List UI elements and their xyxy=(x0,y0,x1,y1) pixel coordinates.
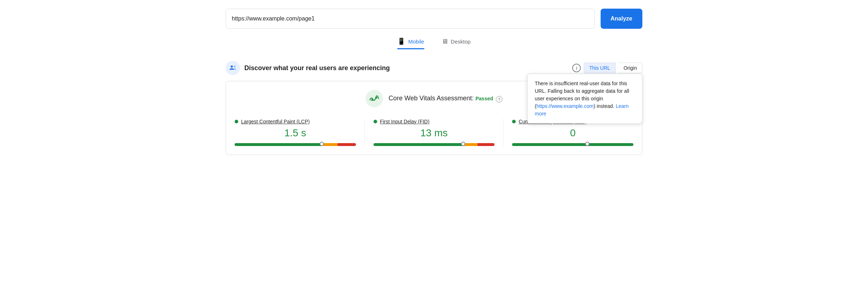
metric-fid: First Input Delay (FID) 13 ms xyxy=(365,119,504,146)
lcp-label[interactable]: Largest Contentful Paint (LCP) xyxy=(241,119,310,124)
section-title-group: Discover what your real users are experi… xyxy=(226,61,390,75)
fid-bar-red xyxy=(478,143,494,146)
cls-dot xyxy=(512,120,516,123)
fid-value: 13 ms xyxy=(374,127,495,139)
fid-bar-green xyxy=(374,143,463,146)
section-title: Discover what your real users are experi… xyxy=(244,64,390,72)
toggle-origin-button[interactable]: Origin xyxy=(619,63,642,73)
url-bar-section: Analyze xyxy=(226,9,642,29)
url-input[interactable] xyxy=(226,9,595,29)
cwv-icon xyxy=(366,90,383,107)
fid-dot xyxy=(374,120,377,123)
metric-lcp: Largest Contentful Paint (LCP) 1.5 s xyxy=(235,119,365,146)
info-icon[interactable]: i xyxy=(572,64,581,72)
fid-indicator xyxy=(461,142,465,146)
cwv-question-icon[interactable]: ? xyxy=(496,96,502,102)
tab-mobile-label: Mobile xyxy=(408,38,424,45)
cls-bar-green xyxy=(512,143,633,146)
lcp-bar-green xyxy=(235,143,322,146)
tab-desktop[interactable]: 🖥 Desktop xyxy=(442,37,471,49)
lcp-bar xyxy=(235,143,356,146)
svg-point-2 xyxy=(371,99,373,101)
desktop-icon: 🖥 xyxy=(442,38,448,45)
tab-mobile[interactable]: 📱 Mobile xyxy=(397,37,424,49)
tab-desktop-label: Desktop xyxy=(451,38,471,45)
lcp-bar-red xyxy=(338,143,356,146)
cls-indicator xyxy=(585,142,589,146)
cwv-title: Core Web Vitals Assessment: Passed ? xyxy=(389,95,502,102)
metric-lcp-label-row: Largest Contentful Paint (LCP) xyxy=(235,119,356,124)
tooltip-popup: There is insufficient real-user data for… xyxy=(527,74,642,124)
cwv-status: Passed xyxy=(475,96,493,101)
lcp-dot xyxy=(235,120,238,123)
svg-point-0 xyxy=(231,65,233,68)
lcp-indicator xyxy=(320,142,324,146)
fid-bar xyxy=(374,143,495,146)
users-icon xyxy=(226,61,240,75)
fid-bar-orange xyxy=(463,143,478,146)
lcp-bar-orange xyxy=(322,143,338,146)
svg-point-3 xyxy=(375,97,377,99)
url-origin-toggle: i This URL Origin There is insufficient … xyxy=(572,63,642,73)
lcp-value: 1.5 s xyxy=(235,127,356,139)
svg-point-1 xyxy=(234,66,236,68)
metric-fid-label-row: First Input Delay (FID) xyxy=(374,119,495,124)
device-tabs: 📱 Mobile 🖥 Desktop xyxy=(226,37,642,49)
mobile-icon: 📱 xyxy=(397,37,405,45)
fid-label[interactable]: First Input Delay (FID) xyxy=(380,119,430,124)
cls-value: 0 xyxy=(512,127,633,139)
cwv-title-prefix: Core Web Vitals Assessment: xyxy=(389,95,475,102)
tooltip-text-after: ) instead. xyxy=(593,103,614,109)
tooltip-origin-link[interactable]: https://www.example.com xyxy=(537,103,594,109)
section-header: Discover what your real users are experi… xyxy=(226,61,642,75)
info-icon-label: i xyxy=(576,65,577,71)
analyze-button[interactable]: Analyze xyxy=(601,9,642,29)
toggle-this-url-button[interactable]: This URL xyxy=(584,63,615,73)
cls-bar xyxy=(512,143,633,146)
